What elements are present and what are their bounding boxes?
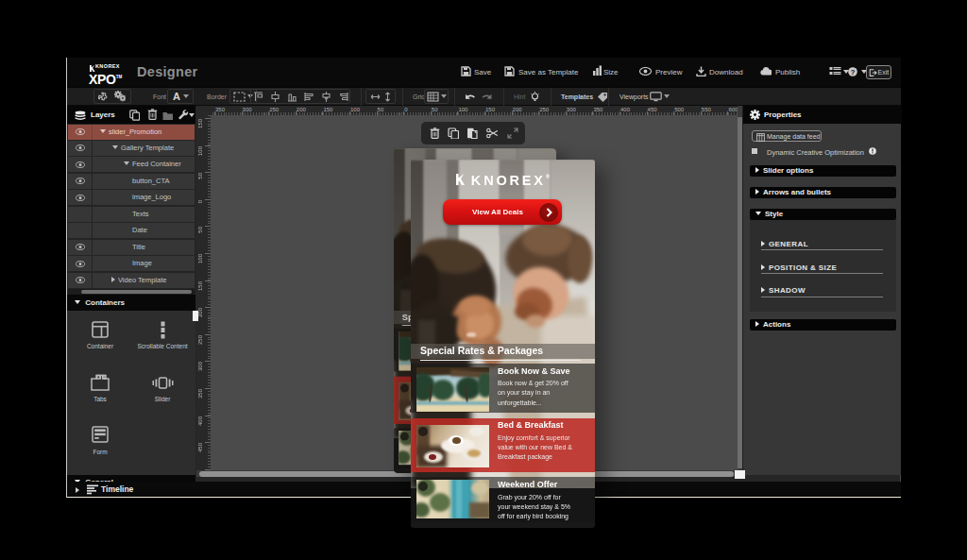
svg-text:?: ? [851,68,856,76]
